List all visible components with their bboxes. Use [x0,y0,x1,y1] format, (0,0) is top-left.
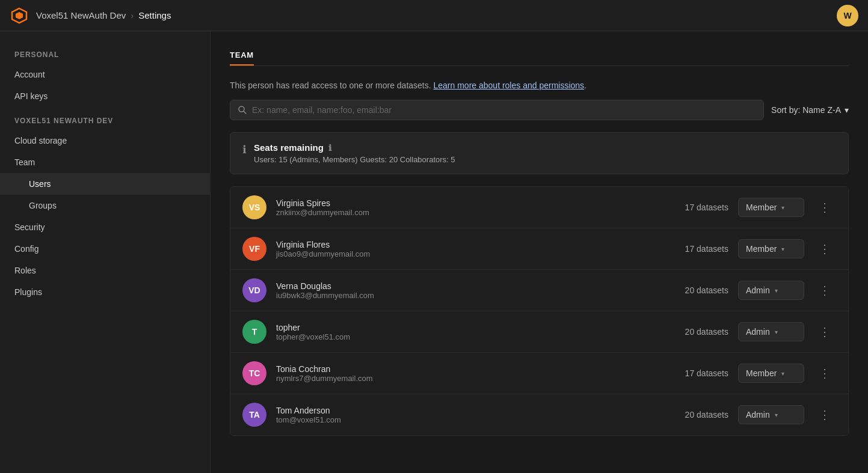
role-dropdown[interactable]: Admin ▾ [738,281,804,300]
avatar: VD [242,278,266,302]
sidebar-item-roles[interactable]: Roles [0,260,210,281]
user-datasets: 17 datasets [656,244,728,254]
user-datasets: 17 datasets [656,368,728,378]
sidebar-item-team[interactable]: Team [0,151,210,173]
seats-detail: Users: 15 (Admins, Members) Guests: 20 C… [254,155,455,164]
role-label: Admin [746,285,770,295]
search-input[interactable] [252,105,756,115]
table-row: TA Tom Anderson tom@voxel51.com 20 datas… [230,394,848,435]
sidebar-item-api-keys[interactable]: API keys [0,85,210,107]
personal-section-label: Personal [0,41,210,64]
chevron-down-icon: ▾ [775,287,796,294]
svg-line-3 [244,111,246,114]
user-datasets: 20 datasets [656,327,728,337]
more-options-button[interactable]: ⋮ [814,405,836,424]
chevron-down-icon: ▾ [845,105,849,115]
org-name[interactable]: Voxel51 NewAuth Dev [36,10,126,20]
user-name: Verna Douglas [276,281,647,291]
more-options-button[interactable]: ⋮ [814,239,836,258]
layout: Personal Account API keys Voxel51 NewAut… [0,31,868,473]
seats-help-icon[interactable]: ℹ [328,143,331,153]
table-row: VF Virginia Flores jis0ao9@dummyemail.co… [230,228,848,270]
user-datasets: 20 datasets [656,285,728,295]
search-row: Sort by: Name Z-A ▾ [230,100,849,120]
chevron-down-icon: ▾ [781,370,796,377]
user-name: topher [276,323,647,332]
sidebar-item-users[interactable]: Users [0,173,210,195]
avatar: TC [242,361,266,385]
role-label: Admin [746,327,770,337]
avatar: TA [242,403,266,427]
user-datasets: 17 datasets [656,203,728,212]
info-circle-icon: ℹ [242,143,247,156]
chevron-down-icon: ▾ [775,329,796,335]
role-dropdown[interactable]: Admin ▾ [738,405,804,424]
user-info: Virginia Flores jis0ao9@dummyemail.com [276,240,647,258]
tab-team[interactable]: TEAM [230,46,254,66]
role-label: Member [746,368,777,378]
user-info: Tom Anderson tom@voxel51.com [276,406,647,424]
chevron-down-icon: ▾ [775,412,796,418]
role-dropdown[interactable]: Member ▾ [738,364,804,383]
page-title: Settings [138,10,171,20]
role-dropdown[interactable]: Admin ▾ [738,322,804,341]
user-info: Verna Douglas iu9bwk3@dummyemail.com [276,281,647,300]
table-row: TC Tonia Cochran nymlrs7@dummyemail.com … [230,353,848,394]
user-email: iu9bwk3@dummyemail.com [276,291,647,300]
sort-dropdown[interactable]: Sort by: Name Z-A ▾ [771,105,849,115]
user-name: Virginia Flores [276,240,647,249]
avatar: VS [242,195,266,219]
user-email: tom@voxel51.com [276,415,647,424]
more-options-button[interactable]: ⋮ [814,322,836,341]
chevron-down-icon: ▾ [781,204,796,211]
app-logo[interactable] [10,6,29,25]
user-info: Tonia Cochran nymlrs7@dummyemail.com [276,364,647,383]
user-name: Tom Anderson [276,406,647,415]
user-list: VS Virginia Spires znkiinx@dummyemail.co… [230,186,849,436]
sidebar: Personal Account API keys Voxel51 NewAut… [0,31,211,473]
info-text: This person has read access to one or mo… [230,81,849,90]
role-label: Admin [746,410,770,420]
user-info: topher topher@voxel51.com [276,323,647,341]
breadcrumb: Voxel51 NewAuth Dev › Settings [36,10,171,20]
more-options-button[interactable]: ⋮ [814,198,836,217]
search-icon [238,105,247,115]
more-options-button[interactable]: ⋮ [814,281,836,300]
sidebar-item-config[interactable]: Config [0,238,210,260]
more-options-button[interactable]: ⋮ [814,364,836,383]
user-email: nymlrs7@dummyemail.com [276,374,647,383]
topbar: Voxel51 NewAuth Dev › Settings W [0,0,868,31]
search-box[interactable] [230,100,764,120]
seats-title: Seats remaining ℹ [254,142,455,153]
seats-info: Seats remaining ℹ Users: 15 (Admins, Mem… [254,142,455,164]
table-row: VS Virginia Spires znkiinx@dummyemail.co… [230,187,848,228]
avatar: VF [242,237,266,261]
user-datasets: 20 datasets [656,410,728,420]
org-section-label: Voxel51 NewAuth Dev [0,107,210,130]
table-row: VD Verna Douglas iu9bwk3@dummyemail.com … [230,270,848,311]
user-email: jis0ao9@dummyemail.com [276,249,647,258]
sidebar-item-security[interactable]: Security [0,216,210,238]
avatar: T [242,320,266,344]
sidebar-item-groups[interactable]: Groups [0,195,210,216]
main-content: TEAM This person has read access to one … [211,31,868,473]
role-dropdown[interactable]: Member ▾ [738,239,804,258]
user-avatar[interactable]: W [837,5,858,26]
sidebar-item-account[interactable]: Account [0,64,210,85]
role-label: Member [746,203,777,212]
user-name: Virginia Spires [276,198,647,208]
role-dropdown[interactable]: Member ▾ [738,198,804,217]
user-info: Virginia Spires znkiinx@dummyemail.com [276,198,647,217]
sidebar-item-cloud-storage[interactable]: Cloud storage [0,130,210,151]
breadcrumb-separator: › [131,10,134,20]
role-label: Member [746,244,777,254]
svg-marker-1 [16,12,23,19]
user-email: topher@voxel51.com [276,332,647,341]
learn-more-link[interactable]: Learn more about roles and permissions [434,81,585,90]
seats-banner: ℹ Seats remaining ℹ Users: 15 (Admins, M… [230,132,849,174]
user-name: Tonia Cochran [276,364,647,374]
table-row: T topher topher@voxel51.com 20 datasets … [230,311,848,353]
sidebar-item-plugins[interactable]: Plugins [0,281,210,303]
chevron-down-icon: ▾ [781,246,796,252]
tabs: TEAM [230,46,849,66]
